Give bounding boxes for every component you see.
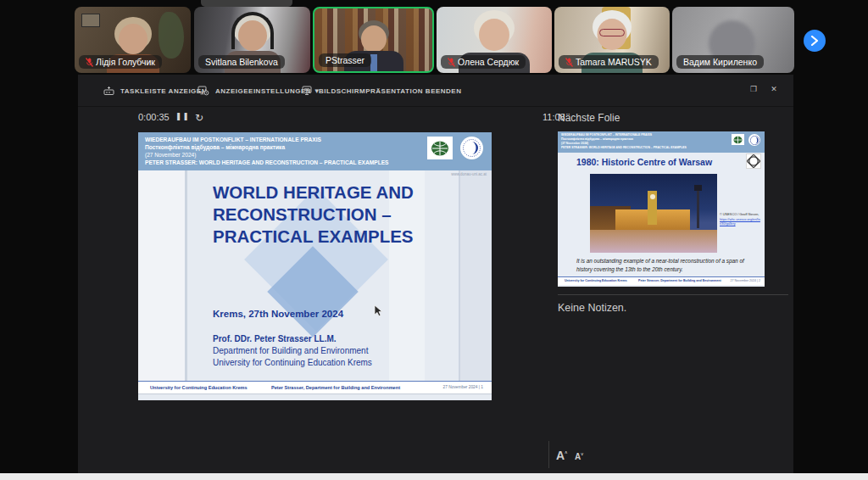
- end-slideshow-label: BILDSCHIRMPRÄSENTATION BEENDEN: [319, 87, 461, 95]
- slide-bg-column: [138, 170, 187, 382]
- world-heritage-emblem-icon: [747, 154, 760, 168]
- danube-university-logo-small: [748, 134, 760, 146]
- slide-footer-left: University for Continuing Education Krem…: [150, 385, 248, 390]
- slide-website: www.donau-uni.ac.at: [451, 172, 487, 176]
- participant-name: PStrasser: [326, 55, 364, 65]
- video-thumbnail-6[interactable]: Вадим Кириленко: [672, 7, 794, 73]
- muted-mic-icon: [86, 58, 93, 67]
- screen: Лідія Голубчик Svitlana Bilenkova PStras…: [0, 0, 868, 480]
- slide-footer-page: 27 November 2024 | 1: [443, 385, 483, 389]
- restore-window-button[interactable]: ❐: [744, 80, 763, 98]
- participant-name-pill: Олена Сердюк: [441, 55, 526, 69]
- close-icon: ✕: [771, 85, 777, 93]
- slide-header-line4: PETER STRASSER: WORLD HERITAGE AND RECON…: [145, 159, 492, 166]
- preview-caption: It is an outstanding example of a near-t…: [576, 257, 750, 273]
- participant-name-pill: Svitlana Bilenkova: [198, 55, 285, 69]
- photo-clock-face: [650, 194, 655, 199]
- restore-window-icon: ❐: [750, 85, 757, 93]
- show-taskbar-label: TASKLEISTE ANZEIGEN: [120, 87, 207, 95]
- slide-footer: University for Continuing Education Krem…: [138, 381, 492, 394]
- participant-name: Вадим Кириленко: [683, 57, 757, 67]
- slide-header: WIEDERAUFBAU IM POSTKONFLIKT – INTERNATI…: [138, 132, 492, 170]
- slide-author: Prof. DDr. Peter Strasser LL.M.: [213, 333, 372, 345]
- presenter-window: TASKLEISTE ANZEIGEN ANZEIGEEINSTELLUNGEN…: [78, 75, 793, 473]
- participant-name-pill: Tamara MARUSYK: [559, 55, 659, 69]
- participant-face: [361, 25, 387, 53]
- glasses-decor: [599, 29, 625, 36]
- slide-university: University for Continuing Education Krem…: [213, 357, 372, 369]
- preview-header-line4: PETER STRASSER: WORLD HERITAGE AND RECON…: [561, 146, 765, 150]
- participant-name: Svitlana Bilenkova: [205, 57, 278, 67]
- mouse-cursor: [374, 304, 383, 317]
- presenter-toolbar: TASKLEISTE ANZEIGEN ANZEIGEEINSTELLUNGEN…: [78, 75, 793, 107]
- desktop-edge-strip: [0, 473, 868, 480]
- elapsed-time: 0:00:35: [138, 112, 170, 122]
- slide-date-line: Krems, 27th November 2024: [213, 309, 343, 319]
- participant-name: Tamara MARUSYK: [576, 57, 652, 67]
- chevron-right-icon: [810, 36, 819, 46]
- increase-notes-font-button[interactable]: A˄: [556, 449, 567, 462]
- photo-statue: [694, 185, 702, 191]
- video-thumbnail-4[interactable]: Олена Сердюк: [437, 7, 552, 73]
- warsaw-night-photo: [590, 174, 717, 253]
- danube-university-logo: [460, 137, 483, 159]
- slide-department: Department for Building and Environment: [213, 345, 372, 357]
- participant-name-pill: Лідія Голубчик: [79, 55, 162, 69]
- participant-name-pill: Вадим Кириленко: [676, 55, 764, 69]
- icomos-logo: [427, 137, 453, 159]
- preview-footer: University for Continuing Education Krem…: [558, 276, 765, 285]
- next-slide-label: Nächste Folie: [558, 112, 620, 124]
- participant-name: Олена Сердюк: [458, 57, 519, 67]
- wall-frame-decor: [81, 14, 100, 27]
- increase-font-glyph: A: [556, 449, 565, 462]
- photo-credit-link[interactable]: https://whc.unesco.org/en/list/30/galler…: [720, 218, 760, 226]
- photo-column: [697, 189, 699, 228]
- participant-face: [119, 24, 147, 54]
- video-thumbnail-5[interactable]: Tamara MARUSYK: [554, 7, 670, 73]
- video-thumbnail-3-active-speaker[interactable]: PStrasser: [313, 7, 434, 73]
- participant-face: [479, 19, 509, 51]
- pause-timer-button[interactable]: ❚❚: [175, 112, 190, 120]
- restart-timer-button[interactable]: ↻: [195, 112, 203, 124]
- current-slide[interactable]: WIEDERAUFBAU IM POSTKONFLIKT – INTERNATI…: [138, 132, 492, 400]
- floating-controls-handle[interactable]: [201, 0, 292, 7]
- preview-slide-title: 1980: Historic Centre of Warsaw: [576, 157, 712, 167]
- slide-title: WORLD HERITAGE AND RECONSTRUCTION – PRAC…: [213, 181, 469, 248]
- slide-footer-mid: Peter Strasser, Department for Building …: [271, 385, 400, 390]
- show-taskbar-button[interactable]: TASKLEISTE ANZEIGEN: [103, 75, 207, 107]
- preview-footer-mid: Peter Strasser, Department for Building …: [638, 279, 721, 282]
- icomos-logo-small: [732, 134, 744, 145]
- close-window-button[interactable]: ✕: [765, 80, 783, 98]
- photo-snow-foreground: [590, 230, 717, 253]
- next-slide-preview[interactable]: WIEDERAUFBAU IM POSTKONFLIKT – INTERNATI…: [558, 131, 765, 287]
- font-controls-divider: [548, 441, 549, 468]
- notes-text: Keine Notizen.: [558, 302, 626, 314]
- decrease-notes-font-button[interactable]: A˅: [575, 452, 583, 461]
- plant-decor: [159, 12, 184, 59]
- participant-name-pill: PStrasser: [319, 53, 371, 67]
- muted-mic-icon: [565, 58, 573, 67]
- photo-credit: © UNESCO / Geoff Steven, https://whc.une…: [720, 213, 760, 227]
- taskbar-icon: [103, 86, 114, 96]
- preview-footer-left: University for Continuing Education Krem…: [565, 279, 627, 282]
- video-thumbnail-1[interactable]: Лідія Голубчик: [75, 7, 191, 73]
- preview-header: WIEDERAUFBAU IM POSTKONFLIKT – INTERNATI…: [558, 131, 765, 153]
- slide-author-block: Prof. DDr. Peter Strasser LL.M. Departme…: [213, 333, 372, 370]
- video-thumbnail-2[interactable]: Svitlana Bilenkova: [194, 7, 310, 73]
- end-slideshow-button[interactable]: BILDSCHIRMPRÄSENTATION BEENDEN: [302, 75, 461, 107]
- muted-mic-icon: [448, 58, 455, 67]
- photo-credit-text: © UNESCO / Geoff Steven,: [720, 213, 759, 216]
- notes-divider: [558, 294, 788, 295]
- participant-name: Лідія Голубчик: [96, 57, 155, 67]
- timer-row: 0:00:35 ❚❚ ↻ 11:08: [138, 110, 494, 127]
- preview-footer-page: 27 November 2024 | 2: [731, 279, 761, 282]
- monitor-gear-icon: [198, 86, 209, 96]
- next-participants-button[interactable]: [804, 30, 826, 52]
- headphones-icon: [231, 12, 274, 49]
- monitor-end-icon: [302, 86, 313, 96]
